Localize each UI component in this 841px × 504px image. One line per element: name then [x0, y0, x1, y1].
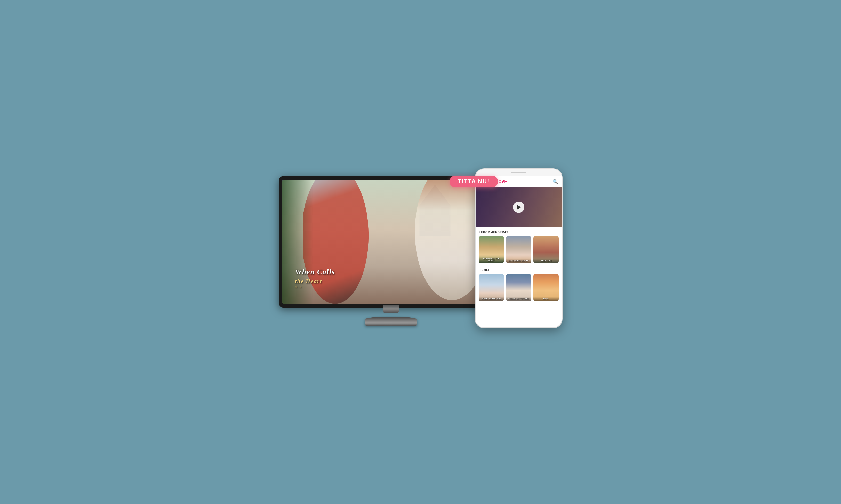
recommended-section-title: REKOMMENDERAT [479, 231, 559, 234]
tv-body: When Calls the Heart ❧ ❧ [279, 176, 503, 308]
filmer-section: FILMER IT WAS ALWAYS YOU Feeling Butterf… [476, 265, 562, 303]
filmer-movie-row: IT WAS ALWAYS YOU Feeling Butterflies My… [479, 274, 559, 301]
tv-container: When Calls the Heart ❧ ❧ [279, 176, 503, 326]
movie-card-my[interactable]: My C... [533, 274, 559, 301]
tv-stand [365, 305, 417, 326]
tv-title-decoration: ❧ ❧ [295, 286, 335, 288]
recommended-section: REKOMMENDERAT WHEN CALLS THE HEART LOVE … [476, 228, 562, 265]
movie-card-feeling-butterflies[interactable]: Feeling Butterflies [506, 274, 531, 301]
main-scene: TITTA NU! When Calls the Heart [279, 168, 563, 336]
tv-stand-base [365, 317, 417, 326]
filmer-section-title: FILMER [479, 268, 559, 271]
phone-top-bar [476, 169, 562, 176]
movie-card-title-overlay-my: My C... [533, 297, 559, 301]
movie-card-title-overlay-fb: Feeling Butterflies [506, 297, 531, 301]
phone-speaker [511, 172, 527, 173]
tv-show-title: When Calls the Heart [295, 268, 335, 285]
movie-card-when-hope[interactable]: WHEN HOPE [533, 236, 559, 263]
movie-card-title-text: WHEN CALLS THE HEART [480, 258, 503, 262]
movie-card-title-overlay-wh: WHEN HOPE [533, 259, 559, 263]
cta-button[interactable]: TITTA NU! [449, 176, 498, 187]
recommended-movie-row: WHEN CALLS THE HEART LOVE COMES SOFTLY W… [479, 236, 559, 263]
tv-stand-neck [383, 305, 399, 313]
tv-title-line2: the Heart [295, 278, 322, 284]
movie-card-title-overlay-itsay: IT WAS ALWAYS YOU [479, 297, 504, 301]
movie-card-title-text-lcs: LOVE COMES SOFTLY [507, 260, 530, 262]
play-button[interactable] [513, 202, 525, 213]
movie-card-title-text-my: My C... [535, 298, 557, 300]
movie-card-title-overlay: WHEN CALLS THE HEART [479, 257, 504, 263]
hero-video-area[interactable] [476, 187, 562, 228]
movie-card-title-text-wh: WHEN HOPE [535, 260, 557, 262]
search-icon[interactable]: 🔍 [552, 179, 558, 185]
movie-card-love-comes-softly[interactable]: LOVE COMES SOFTLY [506, 236, 531, 263]
tv-screen: When Calls the Heart ❧ ❧ [282, 180, 500, 304]
tv-title-line1: When Calls [295, 268, 335, 276]
tv-title-overlay: When Calls the Heart ❧ ❧ [295, 268, 335, 288]
movie-card-it-was-always-you[interactable]: IT WAS ALWAYS YOU [479, 274, 504, 301]
play-icon [517, 205, 521, 210]
movie-card-title-overlay-lcs: LOVE COMES SOFTLY [506, 259, 531, 263]
movie-card-title-text-fb: Feeling Butterflies [507, 298, 530, 300]
movie-card-when-calls-heart[interactable]: WHEN CALLS THE HEART [479, 236, 504, 263]
movie-card-title-text-itsay: IT WAS ALWAYS YOU [480, 298, 503, 300]
phone-container: WITHLOVE 🔍 REKOMMENDERAT WHEN CALLS THE … [475, 168, 563, 328]
